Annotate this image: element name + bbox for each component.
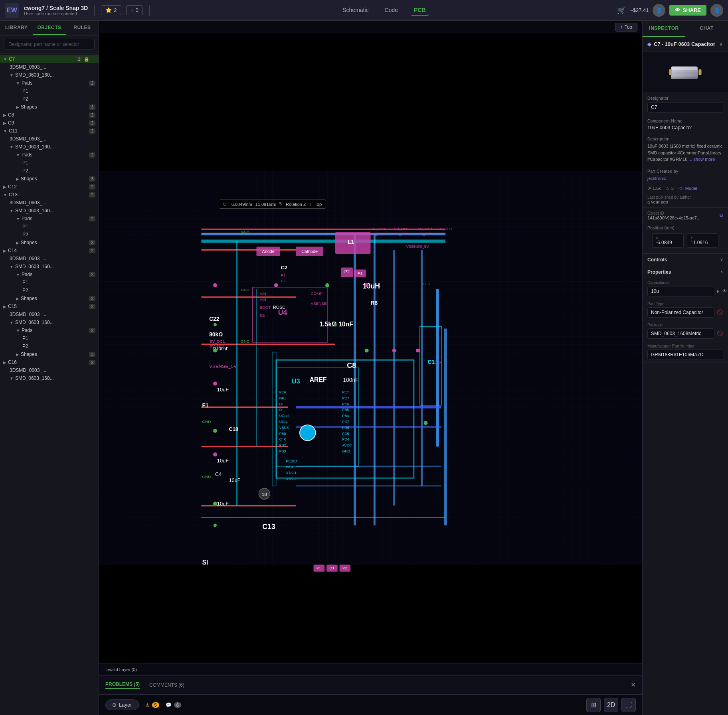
expand-arrow-c15-shapes[interactable]: ▶ bbox=[16, 352, 19, 357]
tree-item-c12[interactable]: ▶ C12 2 bbox=[0, 183, 99, 191]
tab-chat[interactable]: CHAT bbox=[685, 21, 728, 37]
tree-item-c13-pads[interactable]: ▼ Pads 2 bbox=[0, 215, 99, 223]
tree-item-c7[interactable]: ▼ C7 2 🔒 ⋯ bbox=[0, 55, 99, 63]
tree-item-c14-smd[interactable]: ▼ SMD_0603_160... bbox=[0, 263, 99, 271]
expand-arrow-c14-smd[interactable]: ▼ bbox=[10, 265, 14, 269]
tree-item-c15-3dsmd[interactable]: 3DSMD_0603_... bbox=[0, 310, 99, 318]
tree-item-c11-p2[interactable]: P2 bbox=[0, 167, 99, 175]
tree-item-c15-shapes[interactable]: ▶ Shapes 3 bbox=[0, 350, 99, 358]
tree-item-c15-pads[interactable]: ▼ Pads 2 bbox=[0, 326, 99, 334]
part-type-input[interactable] bbox=[647, 307, 714, 318]
tree-item-c16-smd[interactable]: ▼ SMD_0603_160... bbox=[0, 374, 99, 382]
tree-item-c14-3dsmd[interactable]: 3DSMD_0603_... bbox=[0, 255, 99, 263]
tree-item-c15-p1[interactable]: P1 bbox=[0, 334, 99, 342]
expand-arrow-c7[interactable]: ▼ bbox=[3, 57, 7, 61]
expand-arrow-c13-shapes[interactable]: ▶ bbox=[16, 241, 19, 245]
expand-arrow-c11[interactable]: ▼ bbox=[3, 129, 7, 133]
expand-arrow-c16-smd[interactable]: ▼ bbox=[10, 376, 14, 381]
problems-close-button[interactable]: ✕ bbox=[631, 681, 636, 689]
pcb-canvas[interactable]: ↑ Top bbox=[99, 21, 642, 715]
tree-item-c9[interactable]: ▶ C9 2 bbox=[0, 119, 99, 127]
tree-item-c13[interactable]: ▼ C13 2 bbox=[0, 191, 99, 199]
problems-tab[interactable]: PROBLEMS (5) bbox=[105, 681, 140, 689]
tree-item-c13-shapes[interactable]: ▶ Shapes 3 bbox=[0, 239, 99, 247]
expand-arrow-c7-pads[interactable]: ▼ bbox=[16, 81, 20, 85]
properties-section-header[interactable]: Properties ∧ bbox=[643, 266, 728, 278]
fullscreen-button[interactable]: ⛶ bbox=[621, 698, 636, 712]
expand-arrow-c11-smd[interactable]: ▼ bbox=[10, 145, 14, 149]
tab-library[interactable]: LIBRARY bbox=[0, 21, 33, 35]
designator-input[interactable] bbox=[647, 102, 723, 113]
tree-item-c7-p2[interactable]: P2 bbox=[0, 95, 99, 103]
package-visibility-toggle[interactable]: 🚫 bbox=[717, 330, 723, 336]
expand-arrow-c11-shapes[interactable]: ▶ bbox=[16, 177, 19, 181]
tree-item-c11-pads[interactable]: ▼ Pads 2 bbox=[0, 151, 99, 159]
tree-item-c14-p2[interactable]: P2 bbox=[0, 286, 99, 294]
tree-item-c11-p1[interactable]: P1 bbox=[0, 159, 99, 167]
tree-item-c11-shapes[interactable]: ▶ Shapes 3 bbox=[0, 175, 99, 183]
tree-item-c11-3dsmd[interactable]: 3DSMD_0603_... bbox=[0, 135, 99, 143]
tab-objects[interactable]: OBJECTS bbox=[33, 21, 65, 35]
layer-select-button[interactable]: ⊙ Layer bbox=[105, 699, 139, 710]
tree-item-c7-3dsmd[interactable]: 3DSMD_0603_... bbox=[0, 63, 99, 71]
tree-item-c15[interactable]: ▶ C15 2 bbox=[0, 302, 99, 310]
comments-indicator[interactable]: 💬 6 bbox=[166, 702, 181, 708]
tab-rules[interactable]: RULES bbox=[66, 21, 99, 35]
star-button[interactable]: ⭐ 2 bbox=[101, 5, 121, 15]
tree-item-c14-shapes[interactable]: ▶ Shapes 3 bbox=[0, 294, 99, 302]
pcb-svg-view[interactable]: L1 Anode Cathode P2 U4 VIN VIN BOOT SS C… bbox=[99, 21, 642, 715]
show-more-button[interactable]: ... show more bbox=[688, 157, 715, 162]
part-type-visibility-toggle[interactable]: 🚫 bbox=[717, 309, 723, 315]
package-input[interactable] bbox=[647, 328, 714, 339]
expand-arrow-c13-pads[interactable]: ▼ bbox=[16, 217, 20, 221]
tree-item-c13-p1[interactable]: P1 bbox=[0, 223, 99, 231]
mfr-part-input[interactable] bbox=[647, 350, 723, 360]
nav-schematic[interactable]: Schematic bbox=[339, 5, 372, 16]
tree-item-c14-p1[interactable]: P1 bbox=[0, 278, 99, 286]
collapse-button[interactable]: ∧ bbox=[719, 41, 723, 47]
fork-button[interactable]: ⑂ 0 bbox=[126, 5, 143, 15]
expand-arrow-c15-smd[interactable]: ▼ bbox=[10, 320, 14, 325]
comments-tab[interactable]: COMMENTS (6) bbox=[149, 682, 184, 688]
tree-item-c7-p1[interactable]: P1 bbox=[0, 87, 99, 95]
expand-arrow-c14-pads[interactable]: ▼ bbox=[16, 273, 20, 277]
expand-arrow-c15-pads[interactable]: ▼ bbox=[16, 328, 20, 333]
tree-item-c13-smd[interactable]: ▼ SMD_0603_160... bbox=[0, 207, 99, 215]
tab-inspector[interactable]: INSPECTOR bbox=[643, 21, 685, 37]
tree-item-c11-smd[interactable]: ▼ SMD_0603_160... bbox=[0, 143, 99, 151]
expand-arrow-c13-smd[interactable]: ▼ bbox=[10, 209, 14, 213]
controls-section-header[interactable]: Controls ∨ bbox=[643, 253, 728, 266]
tree-item-c14-pads[interactable]: ▼ Pads 2 bbox=[0, 271, 99, 278]
tree-item-c13-p2[interactable]: P2 bbox=[0, 231, 99, 239]
tree-item-c15-p2[interactable]: P2 bbox=[0, 342, 99, 350]
stat-model[interactable]: <> Model bbox=[679, 186, 697, 191]
tree-item-c7-smd[interactable]: ▼ SMD_0603_160... bbox=[0, 71, 99, 79]
expand-arrow-c16[interactable]: ▶ bbox=[3, 360, 6, 365]
tree-item-c16[interactable]: ▶ C16 2 bbox=[0, 358, 99, 366]
expand-arrow-c14-shapes[interactable]: ▶ bbox=[16, 296, 19, 301]
expand-arrow-c13[interactable]: ▼ bbox=[3, 193, 7, 197]
problems-indicator[interactable]: ⚠ 5 bbox=[145, 702, 159, 708]
2d-view-button[interactable]: 2D bbox=[604, 698, 618, 712]
tree-item-c8[interactable]: ▶ C8 2 bbox=[0, 111, 99, 119]
expand-arrow-c9[interactable]: ▶ bbox=[3, 121, 6, 125]
share-button[interactable]: 👁 SHARE bbox=[669, 5, 706, 16]
top-layer-button[interactable]: ↑ Top bbox=[615, 23, 637, 32]
tree-item-c14[interactable]: ▶ C14 2 bbox=[0, 247, 99, 255]
author-link[interactable]: jecstronic bbox=[647, 176, 666, 181]
expand-arrow-c12[interactable]: ▶ bbox=[3, 185, 6, 189]
nav-code[interactable]: Code bbox=[382, 5, 401, 16]
expand-arrow-c7-shapes[interactable]: ▶ bbox=[16, 105, 19, 109]
expand-arrow-c7-smd[interactable]: ▼ bbox=[10, 73, 14, 77]
expand-arrow-c11-pads[interactable]: ▼ bbox=[16, 153, 20, 157]
nav-pcb[interactable]: PCB bbox=[411, 5, 429, 16]
cart-icon[interactable]: 🛒 bbox=[617, 6, 626, 15]
capacitance-input[interactable] bbox=[647, 286, 714, 296]
tree-item-c15-smd[interactable]: ▼ SMD_0603_160... bbox=[0, 318, 99, 326]
copy-id-button[interactable]: ⧉ bbox=[720, 213, 723, 218]
expand-arrow-c14[interactable]: ▶ bbox=[3, 249, 6, 253]
capacitance-visibility-toggle[interactable]: 👁 bbox=[722, 288, 727, 294]
expand-arrow-c15[interactable]: ▶ bbox=[3, 304, 6, 309]
tree-item-c7-pads[interactable]: ▼ Pads 2 bbox=[0, 79, 99, 87]
tree-item-c13-3dsmd[interactable]: 3DSMD_0603_... bbox=[0, 199, 99, 207]
